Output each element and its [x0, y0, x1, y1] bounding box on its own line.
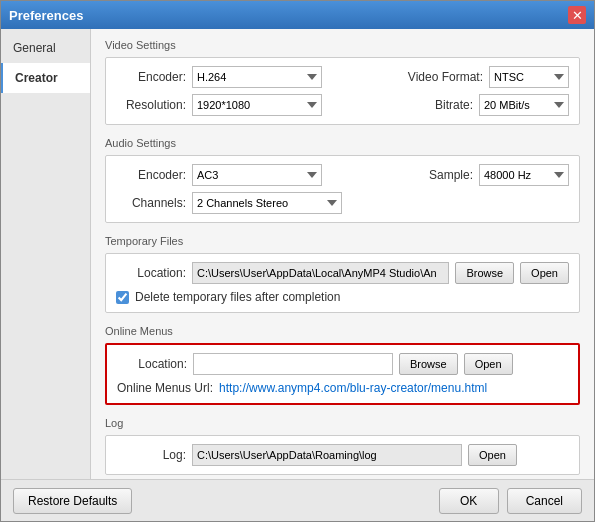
log-section: Log Log: Open: [105, 417, 580, 475]
content-area: Video Settings Encoder: H.264 Video Form…: [91, 29, 594, 479]
bitrate-group: Bitrate: 20 MBit/s: [435, 94, 569, 116]
online-menus-section: Online Menus Location: Browse Open Onlin…: [105, 325, 580, 405]
temp-files-title: Temporary Files: [105, 235, 580, 247]
encoder-label: Encoder:: [116, 70, 186, 84]
footer-left: Restore Defaults: [13, 488, 439, 514]
log-label: Log:: [116, 448, 186, 462]
temp-files-section: Temporary Files Location: Browse Open De…: [105, 235, 580, 313]
delete-checkbox[interactable]: [116, 291, 129, 304]
format-label: Video Format:: [408, 70, 483, 84]
audio-encoder-label: Encoder:: [116, 168, 186, 182]
channels-label: Channels:: [116, 196, 186, 210]
encoder-row: Encoder: H.264 Video Format: NTSC: [116, 66, 569, 88]
cancel-button[interactable]: Cancel: [507, 488, 582, 514]
delete-checkbox-row: Delete temporary files after completion: [116, 290, 569, 304]
temp-browse-button[interactable]: Browse: [455, 262, 514, 284]
temp-location-label: Location:: [116, 266, 186, 280]
title-bar: Preferences ✕: [1, 1, 594, 29]
channels-select[interactable]: 2 Channels Stereo: [192, 192, 342, 214]
log-title: Log: [105, 417, 580, 429]
video-settings-title: Video Settings: [105, 39, 580, 51]
channels-row: Channels: 2 Channels Stereo: [116, 192, 569, 214]
encoder-select[interactable]: H.264: [192, 66, 322, 88]
online-location-input[interactable]: [193, 353, 393, 375]
format-group: Video Format: NTSC: [408, 66, 569, 88]
audio-settings-title: Audio Settings: [105, 137, 580, 149]
online-menus-content: Location: Browse Open Online Menus Url: …: [105, 343, 580, 405]
audio-encoder-select[interactable]: AC3: [192, 164, 322, 186]
sample-select[interactable]: 48000 Hz: [479, 164, 569, 186]
sample-group: Sample: 48000 Hz: [429, 164, 569, 186]
online-open-button[interactable]: Open: [464, 353, 513, 375]
resolution-label: Resolution:: [116, 98, 186, 112]
log-input[interactable]: [192, 444, 462, 466]
log-content: Log: Open: [105, 435, 580, 475]
sample-label: Sample:: [429, 168, 473, 182]
format-select[interactable]: NTSC: [489, 66, 569, 88]
online-url-row: Online Menus Url: http://www.anymp4.com/…: [117, 381, 568, 395]
footer-right: OK Cancel: [439, 488, 582, 514]
video-settings-content: Encoder: H.264 Video Format: NTSC Resolu: [105, 57, 580, 125]
online-menus-title: Online Menus: [105, 325, 580, 337]
audio-settings-content: Encoder: AC3 Sample: 48000 Hz Channels:: [105, 155, 580, 223]
audio-settings-section: Audio Settings Encoder: AC3 Sample: 4800…: [105, 137, 580, 223]
resolution-row: Resolution: 1920*1080 Bitrate: 20 MBit/s: [116, 94, 569, 116]
bitrate-select[interactable]: 20 MBit/s: [479, 94, 569, 116]
temp-open-button[interactable]: Open: [520, 262, 569, 284]
online-browse-button[interactable]: Browse: [399, 353, 458, 375]
sidebar-item-creator[interactable]: Creator: [1, 63, 90, 93]
preferences-dialog: Preferences ✕ General Creator Video Sett…: [0, 0, 595, 522]
resolution-select[interactable]: 1920*1080: [192, 94, 322, 116]
online-location-row: Location: Browse Open: [117, 353, 568, 375]
online-url-link[interactable]: http://www.anymp4.com/blu-ray-creator/me…: [219, 381, 487, 395]
sidebar: General Creator: [1, 29, 91, 479]
video-settings-section: Video Settings Encoder: H.264 Video Form…: [105, 39, 580, 125]
dialog-body: General Creator Video Settings Encoder: …: [1, 29, 594, 479]
temp-files-content: Location: Browse Open Delete temporary f…: [105, 253, 580, 313]
audio-encoder-row: Encoder: AC3 Sample: 48000 Hz: [116, 164, 569, 186]
dialog-footer: Restore Defaults OK Cancel: [1, 479, 594, 521]
temp-location-input[interactable]: [192, 262, 449, 284]
bitrate-label: Bitrate:: [435, 98, 473, 112]
sidebar-item-general[interactable]: General: [1, 33, 90, 63]
online-url-label: Online Menus Url:: [117, 381, 213, 395]
restore-defaults-button[interactable]: Restore Defaults: [13, 488, 132, 514]
log-open-button[interactable]: Open: [468, 444, 517, 466]
log-row: Log: Open: [116, 444, 569, 466]
ok-button[interactable]: OK: [439, 488, 499, 514]
close-button[interactable]: ✕: [568, 6, 586, 24]
delete-checkbox-label: Delete temporary files after completion: [135, 290, 340, 304]
online-location-label: Location:: [117, 357, 187, 371]
dialog-title: Preferences: [9, 8, 83, 23]
temp-location-row: Location: Browse Open: [116, 262, 569, 284]
